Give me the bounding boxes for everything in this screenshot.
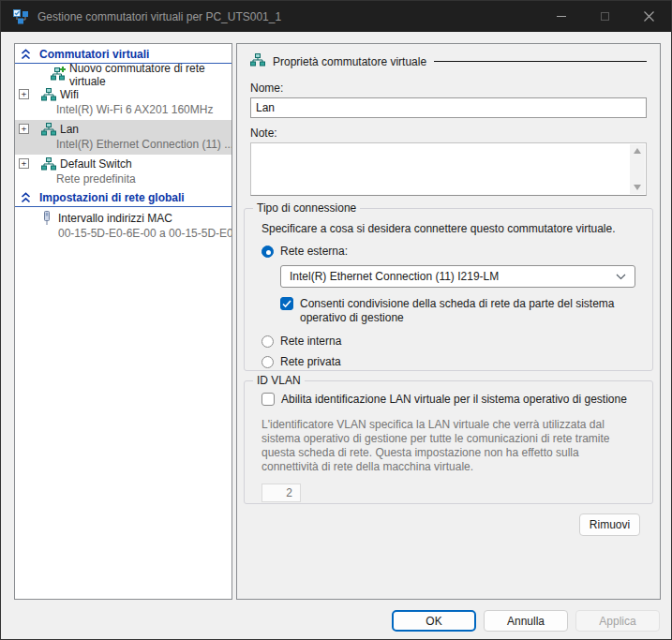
close-icon — [644, 11, 654, 22]
radio-external-network[interactable]: Rete esterna: — [261, 245, 635, 258]
switch-adapter: Rete predefinita — [15, 171, 231, 186]
notes-textarea[interactable] — [250, 142, 647, 196]
titlebar: Gestione commutatori virtuali per PC_UTS… — [1, 1, 671, 32]
expand-icon[interactable]: + — [19, 158, 29, 169]
window-controls — [539, 1, 671, 32]
sidebar-item-lan[interactable]: + Lan Intel(R) Ethernet Connection (11) … — [15, 120, 231, 155]
virtual-switch-manager-window: Gestione commutatori virtuali per PC_UTS… — [0, 0, 672, 640]
connection-type-group: Tipo di connessione Specificare a cosa s… — [244, 208, 653, 371]
name-label: Nome: — [250, 82, 647, 95]
switch-adapter: Intel(R) Wi-Fi 6 AX201 160MHz — [15, 102, 231, 117]
radio-label: Rete privata — [280, 355, 341, 368]
switch-list: Commutatori virtuali Nuovo commutatore d… — [14, 43, 232, 600]
switch-properties-panel: Proprietà commutatore virtuale Nome: Not… — [236, 43, 661, 600]
window-title: Gestione commutatori virtuali per PC_UTS… — [37, 10, 281, 23]
header-rule — [434, 61, 647, 62]
sidebar-item-mac-range[interactable]: Intervallo indirizzi MAC 00-15-5D-E0-6E-… — [15, 208, 231, 244]
minimize-icon — [557, 16, 566, 17]
section-title: Impostazioni di rete globali — [39, 191, 185, 204]
radio-label: Rete esterna: — [280, 245, 348, 258]
name-input[interactable] — [250, 97, 647, 118]
double-chevron-up-icon — [21, 49, 31, 60]
network-switch-icon — [41, 157, 56, 173]
close-button[interactable] — [627, 1, 671, 32]
network-switch-icon — [250, 53, 265, 69]
panel-title: Proprietà commutatore virtuale — [273, 55, 426, 68]
cancel-button[interactable]: Annulla — [484, 610, 568, 632]
network-adapter-icon — [42, 211, 52, 229]
scroll-down-icon[interactable] — [634, 185, 641, 190]
minimize-button[interactable] — [539, 1, 583, 32]
radio-internal-network[interactable]: Rete interna — [261, 335, 635, 348]
hyperv-switch-manager-icon — [13, 9, 28, 24]
chevron-down-icon — [616, 274, 626, 280]
checkbox-enable-vlan[interactable]: Abilita identificazione LAN virtuale per… — [261, 393, 635, 407]
radio-unchecked-icon[interactable] — [261, 356, 274, 368]
sidebar-item-default-switch[interactable]: + Default Switch Rete predefinita — [15, 155, 231, 189]
checkbox-share-adapter[interactable]: Consenti condivisione della scheda di re… — [280, 297, 635, 325]
maximize-button — [583, 1, 627, 32]
network-switch-plus-icon — [51, 67, 66, 83]
double-chevron-up-icon — [21, 192, 31, 203]
scroll-up-icon[interactable] — [634, 148, 641, 154]
vlan-id-input — [261, 484, 301, 502]
notes-label: Note: — [250, 127, 647, 140]
expand-icon[interactable]: + — [19, 89, 29, 99]
dialog-footer: OK Annulla Applica — [392, 610, 660, 632]
network-switch-icon — [41, 123, 56, 139]
notes-scrollbar[interactable] — [630, 144, 645, 194]
maximize-icon — [601, 12, 609, 21]
connection-description: Specificare a cosa si desidera connetter… — [261, 222, 635, 235]
adapter-dropdown[interactable]: Intel(R) Ethernet Connection (11) I219-L… — [280, 265, 635, 288]
panel-header: Proprietà commutatore virtuale — [250, 53, 647, 69]
section-header-global-settings[interactable]: Impostazioni di rete globali — [15, 189, 231, 207]
adapter-dropdown-value: Intel(R) Ethernet Connection (11) I219-L… — [290, 270, 499, 283]
radio-checked-icon[interactable] — [261, 246, 274, 258]
ok-button[interactable]: OK — [392, 610, 476, 632]
expand-icon[interactable]: + — [19, 124, 29, 134]
switch-adapter: Intel(R) Ethernet Connection (11) ... — [15, 137, 231, 152]
connection-group-title: Tipo di connessione — [253, 201, 360, 216]
radio-label: Rete interna — [280, 335, 341, 348]
remove-button[interactable]: Rimuovi — [579, 513, 640, 536]
vlan-help-text: L'identificatore VLAN specifica la LAN v… — [261, 418, 635, 474]
sidebar-item-label: Nuovo commutatore di rete virtuale — [69, 62, 231, 88]
apply-button: Applica — [575, 610, 660, 632]
checkbox-label: Consenti condivisione della scheda di re… — [300, 297, 635, 325]
checkbox-checked-icon[interactable] — [280, 297, 293, 310]
section-title: Commutatori virtuali — [39, 48, 149, 61]
checkbox-label: Abilita identificazione LAN virtuale per… — [281, 393, 627, 407]
sidebar-item-wifi[interactable]: + Wifi Intel(R) Wi-Fi 6 AX201 160MHz — [15, 85, 231, 120]
network-switch-icon — [41, 88, 56, 104]
vlan-group: ID VLAN Abilita identificazione LAN virt… — [244, 380, 653, 504]
vlan-group-title: ID VLAN — [253, 374, 305, 388]
radio-unchecked-icon[interactable] — [261, 335, 274, 348]
checkbox-unchecked-icon[interactable] — [261, 393, 275, 406]
radio-private-network[interactable]: Rete privata — [261, 355, 635, 368]
sidebar-item-new-switch[interactable]: Nuovo commutatore di rete virtuale — [15, 65, 231, 85]
